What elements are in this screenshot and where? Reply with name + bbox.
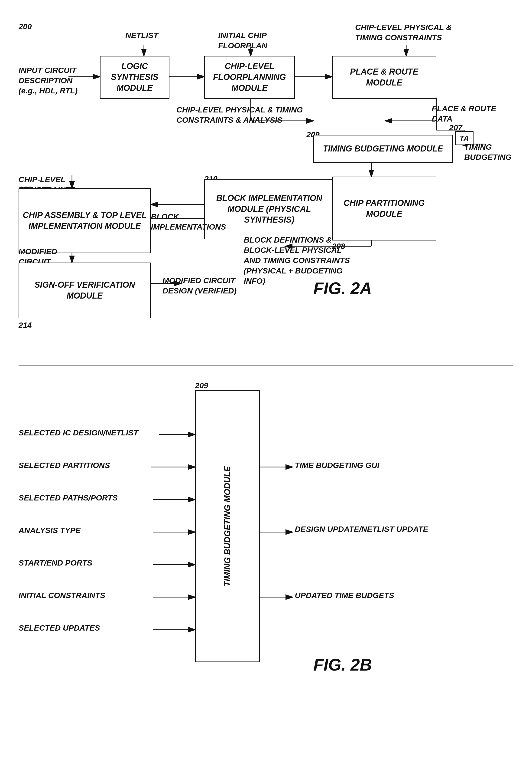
timing-budgeting-box: TIMING BUDGETING MODULE: [313, 135, 453, 163]
modified-circuit-verified-label: MODIFIED CIRCUIT DESIGN (VERIFIED): [162, 275, 251, 296]
chip-partitioning-box: CHIP PARTITIONING MODULE: [332, 176, 436, 241]
output-design-update-label: DESIGN UPDATE/NETLIST UPDATE: [295, 524, 471, 534]
timing-budgeting-label: TIMING BUDGETING: [464, 142, 522, 162]
input-ic-design-label: SELECTED IC DESIGN/NETLIST: [19, 427, 156, 438]
separator-line: [19, 365, 513, 365]
chip-floorplanning-box: CHIP-LEVEL FLOORPLANNING MODULE: [204, 56, 295, 99]
sign-off-box: SIGN-OFF VERIFICATION MODULE: [19, 263, 151, 318]
block-implementations-label: BLOCK IMPLEMENTATIONS: [151, 212, 223, 232]
input-initial-constraints-label: INITIAL CONSTRAINTS: [19, 590, 149, 601]
output-updated-time-budgets-label: UPDATED TIME BUDGETS: [295, 590, 448, 601]
chip-assembly-box: CHIP ASSEMBLY & TOP LEVEL IMPLEMENTATION…: [19, 188, 151, 253]
ref-209-2b: 209: [195, 381, 208, 390]
input-partitions-label: SELECTED PARTITIONS: [19, 460, 149, 470]
place-route-box: PLACE & ROUTE MODULE: [332, 56, 436, 99]
fig-2b-label: FIG. 2B: [313, 655, 372, 674]
timing-budgeting-2b-box: TIMING BUDGETING MODULE: [195, 390, 260, 662]
input-selected-updates-label: SELECTED UPDATES: [19, 623, 149, 633]
chip-level-physical-timing-label: CHIP-LEVEL PHYSICAL & TIMING CONSTRAINTS: [355, 22, 471, 42]
logic-synthesis-box: LOGIC SYNTHESIS MODULE: [100, 56, 169, 99]
chip-constraints-analysis-label: CHIP-LEVEL PHYSICAL & TIMING CONSTRAINTS…: [176, 104, 309, 125]
input-analysis-type-label: ANALYSIS TYPE: [19, 525, 149, 535]
place-route-data-label: PLACE & ROUTE DATA: [432, 103, 497, 124]
input-circuit-label: INPUT CIRCUIT DESCRIPTION (e.g., HDL, RT…: [19, 65, 84, 96]
fig-2a-label: FIG. 2A: [313, 279, 372, 298]
netlist-label: NETLIST: [125, 30, 158, 40]
ref-207: 207: [449, 123, 462, 132]
input-start-end-ports-label: START/END PORTS: [19, 557, 149, 568]
block-definitions-label: BLOCK DEFINITIONS & BLOCK-LEVEL PHYSICAL…: [244, 235, 357, 286]
ref-214: 214: [19, 321, 32, 330]
initial-chip-floorplan-label: INITIAL CHIP FLOORPLAN: [218, 30, 288, 51]
ref-200: 200: [19, 22, 32, 31]
input-paths-ports-label: SELECTED PATHS/PORTS: [19, 492, 149, 503]
page: 200 INPUT CIRCUIT DESCRIPTION (e.g., HDL…: [0, 0, 532, 770]
output-time-budgeting-gui-label: TIME BUDGETING GUI: [295, 460, 453, 470]
